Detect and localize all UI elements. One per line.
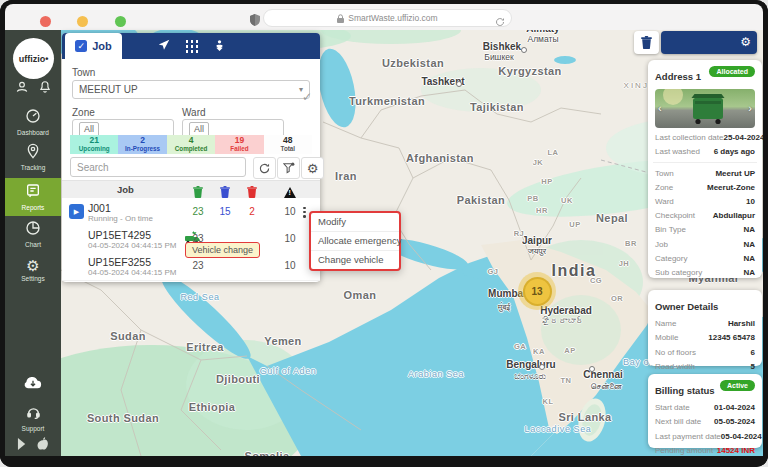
detail-row: No of floors6 — [655, 348, 755, 357]
stat-total[interactable]: 48Total — [264, 135, 312, 154]
cluster-count: 13 — [523, 277, 552, 306]
job-id: J001 — [88, 202, 111, 214]
town-value: MEERUT UP — [79, 84, 138, 95]
detail-row: TownMeerut UP — [655, 169, 755, 178]
detail-row: Last washed6 days ago — [655, 147, 755, 156]
tab-job[interactable]: ✓ Job — [65, 33, 122, 59]
apple-icon[interactable] — [37, 436, 49, 454]
reports-icon — [25, 183, 41, 203]
active-badge: Active — [720, 380, 755, 391]
detail-row: Bin TypeNA — [655, 225, 755, 234]
count-blue: 15 — [214, 206, 236, 217]
refresh-button[interactable] — [253, 157, 276, 179]
google-play-icon[interactable] — [17, 436, 28, 454]
vehicle-id: UP15EF3255 — [88, 256, 151, 268]
detail-row: Sub categoryNA — [655, 268, 755, 277]
window-zoom-button[interactable] — [115, 16, 126, 27]
sidebar-item-reports[interactable]: Reports — [5, 178, 61, 216]
sidebar-label: Reports — [5, 204, 61, 211]
funnel-icon — [283, 162, 295, 174]
settings-button[interactable]: ⚙ — [301, 157, 324, 179]
sidebar-item-settings[interactable]: ⚙ Settings — [5, 256, 61, 282]
filter-button[interactable] — [277, 157, 300, 179]
url-text: SmartWaste.uffizio.com — [348, 13, 437, 23]
running-job-icon: ▶ — [69, 204, 84, 219]
context-menu: Modify Allocate emergency Change vehicle — [309, 211, 401, 271]
shield-icon[interactable] — [250, 12, 260, 30]
gear-icon: ⚙ — [307, 161, 319, 176]
reload-icon[interactable] — [495, 13, 505, 31]
job-panel-tabbar: ✓ Job — [62, 33, 320, 59]
menu-item-modify[interactable]: Modify — [311, 213, 399, 232]
lock-icon — [337, 14, 344, 23]
window-close-button[interactable] — [40, 16, 51, 27]
search-input[interactable] — [70, 157, 246, 177]
address-card: Allocated Address 1 ‹ › Last collection — [648, 60, 762, 278]
sidebar-item-support[interactable]: Support — [5, 405, 61, 432]
job-status: Running - On time — [88, 214, 153, 223]
detail-row: Ward10 — [655, 197, 755, 206]
person-pin-icon[interactable] — [213, 38, 226, 56]
address-bar[interactable]: SmartWaste.uffizio.com — [263, 9, 512, 27]
table-row-j001[interactable]: ▶ J001 Running - On time 23 15 2 10 — [62, 198, 320, 226]
user-icon[interactable] — [15, 80, 29, 98]
menu-item-allocate-emergency[interactable]: Allocate emergency — [311, 232, 399, 251]
stat-upcoming[interactable]: 21Upcoming — [70, 135, 118, 154]
bin-photo[interactable]: ‹ › — [655, 89, 755, 128]
cloud-sync-button[interactable] — [5, 375, 61, 394]
detail-row: Last payment date05-04-2024 — [655, 432, 755, 441]
bell-icon[interactable] — [38, 80, 52, 98]
stat-in-progress[interactable]: 2In-Progress — [118, 135, 166, 154]
gear-icon: ⚙ — [26, 258, 39, 274]
window-frame — [0, 456, 768, 467]
owner-details-title: Owner Details — [655, 301, 718, 312]
map-cluster-marker[interactable]: 13 — [518, 272, 556, 310]
sidebar-item-tracking[interactable]: Tracking — [5, 143, 61, 171]
detail-row: Mobile12345 65478 — [655, 333, 755, 342]
window-minimize-button[interactable] — [77, 16, 88, 27]
window-frame — [763, 0, 768, 467]
checkbox-icon: ✓ — [75, 40, 87, 52]
count-green: 23 — [187, 206, 209, 217]
pending-amount-value: 14524 INR — [717, 446, 755, 455]
job-column-header: Job — [117, 184, 134, 195]
sidebar-item-chart[interactable]: Chart — [5, 220, 61, 248]
navigation-arrow-icon[interactable] — [157, 38, 171, 56]
detail-row: JobNA — [655, 240, 755, 249]
panel-toolbar: ⚙ — [661, 31, 757, 54]
dashboard-icon — [25, 108, 41, 128]
detail-row: NameHarshil — [655, 319, 755, 328]
window-frame — [0, 0, 5, 467]
route-lanes-icon[interactable] — [185, 39, 199, 57]
town-select[interactable]: MEERUT UP ▾ — [72, 80, 310, 99]
sidebar-label: Support — [5, 425, 61, 432]
bin-photo-image — [655, 89, 755, 128]
apply-filter-check-icon[interactable]: ✓ — [302, 90, 312, 104]
count-red: 2 — [241, 206, 263, 217]
town-label: Town — [72, 67, 95, 78]
owner-details-card: Owner Details NameHarshil Mobile12345 65… — [648, 290, 762, 366]
address-title: Address 1 — [655, 71, 701, 82]
billing-status-title: Billing status — [655, 385, 715, 396]
menu-item-change-vehicle[interactable]: Change vehicle — [311, 251, 399, 269]
table-header: Job — [62, 180, 320, 199]
billing-status-card: Active Billing status Start date01-04-20… — [648, 374, 762, 448]
vehicle-id: UP15ET4295 — [88, 229, 151, 241]
sidebar-label: Settings — [5, 275, 61, 282]
trash-button[interactable] — [634, 31, 659, 54]
gear-icon[interactable]: ⚙ — [740, 35, 751, 49]
carousel-prev-icon[interactable]: ‹ — [658, 102, 662, 114]
divider — [653, 162, 757, 163]
count-warning: 10 — [279, 260, 301, 271]
vehicle-timestamp: 04-05-2024 04:44:15 PM — [88, 268, 177, 277]
uffizio-logo[interactable]: uffizio• — [13, 38, 54, 79]
tab-label: Job — [92, 40, 112, 52]
stat-completed[interactable]: 4Completed — [167, 135, 215, 154]
carousel-next-icon[interactable]: › — [748, 102, 752, 114]
stat-failed[interactable]: 19Failed — [215, 135, 263, 154]
zone-label: Zone — [72, 107, 95, 118]
row-menu-icon[interactable] — [303, 205, 306, 219]
sidebar-item-dashboard[interactable]: Dashboard — [5, 108, 61, 136]
sidebar-label: Tracking — [5, 164, 61, 171]
detail-row: Start date01-04-2024 — [655, 403, 755, 412]
